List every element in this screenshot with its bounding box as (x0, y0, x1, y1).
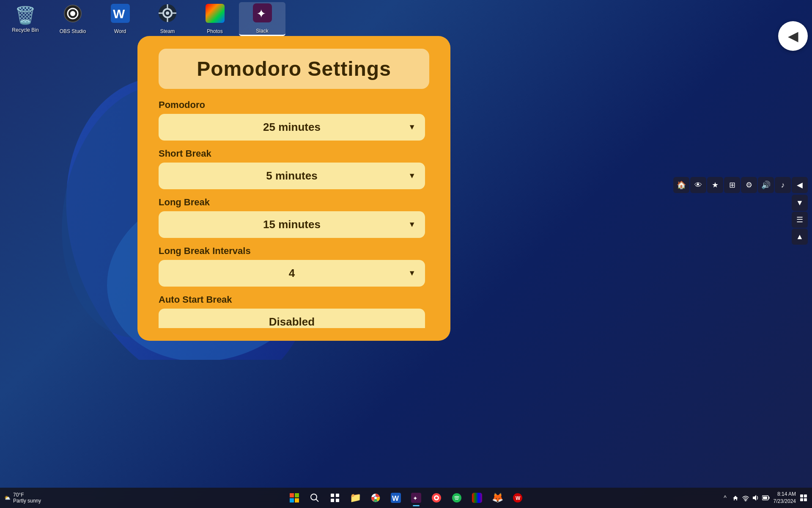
slack-taskbar-button[interactable]: ✦ (407, 489, 425, 507)
back-icon: ◀ (788, 28, 798, 44)
svg-text:✦: ✦ (256, 7, 266, 20)
side-sub-toolbar: ▼ ☰ ▲ (792, 195, 808, 245)
long-break-intervals-dropdown[interactable]: 4 ▼ (159, 260, 425, 287)
open-app-word-label: Word (114, 28, 126, 34)
svg-rect-47 (800, 494, 803, 497)
audio-tool[interactable]: 🔊 (758, 177, 774, 193)
tray-battery[interactable] (762, 494, 770, 502)
photos-icon (206, 4, 225, 27)
pomodoro-label: Pomodoro (159, 99, 425, 110)
svg-rect-46 (763, 497, 767, 499)
svg-rect-39 (472, 493, 482, 503)
search-button[interactable] (305, 489, 324, 507)
svg-rect-25 (336, 494, 339, 497)
chrome-button[interactable] (366, 489, 385, 507)
pomodoro-setting-group: Pomodoro 25 minutes ▼ (159, 99, 425, 141)
home-tool[interactable]: 🏠 (673, 177, 689, 193)
tray-wifi[interactable] (741, 494, 750, 502)
open-app-word[interactable]: W Word (97, 2, 143, 36)
weather-icon: ⛅ (4, 495, 11, 501)
settings-tool[interactable]: ⚙ (741, 177, 757, 193)
weather-temp: 70°F (13, 492, 41, 498)
open-app-slack-label: Slack (256, 28, 268, 34)
auto-start-break-dropdown[interactable]: Disabled (159, 309, 425, 328)
svg-rect-21 (295, 498, 299, 502)
svg-point-10 (166, 11, 169, 15)
taskbar-weather[interactable]: ⛅ 70°F Partly sunny (4, 492, 41, 504)
slack-icon: ✦ (253, 3, 272, 26)
svg-rect-27 (336, 499, 339, 502)
svg-rect-49 (800, 498, 803, 501)
extra-button[interactable]: W (508, 489, 527, 507)
word-icon: W (111, 4, 130, 27)
svg-point-22 (311, 494, 317, 500)
short-break-label: Short Break (159, 148, 425, 159)
svg-point-37 (435, 497, 438, 499)
up-tool[interactable]: ▲ (792, 229, 808, 245)
pomodoro-title-bar: Pomodoro Settings (159, 49, 429, 89)
long-break-intervals-setting-group: Long Break Intervals 4 ▼ (159, 246, 425, 287)
taskbar: ⛅ 70°F Partly sunny (0, 488, 812, 508)
open-app-photos[interactable]: Photos (192, 2, 238, 36)
rainbow-button[interactable] (468, 489, 486, 507)
back-button[interactable]: ◀ (778, 21, 808, 51)
grid-tool[interactable]: ⊞ (724, 177, 740, 193)
notification-center[interactable] (799, 494, 808, 502)
down-tool[interactable]: ▼ (792, 195, 808, 211)
pomodoro-value: 25 minutes (169, 121, 415, 134)
pomodoro-dropdown[interactable]: 25 minutes ▼ (159, 114, 425, 141)
open-app-slack[interactable]: ✦ Slack (239, 2, 285, 36)
short-break-dropdown[interactable]: 5 minutes ▼ (159, 163, 425, 189)
open-app-obs[interactable]: OBS Studio (49, 2, 96, 36)
taskbar-time-display: 8:14 AM (774, 491, 796, 498)
short-break-value: 5 minutes (169, 169, 415, 182)
taskbar-clock[interactable]: 8:14 AM 7/23/2024 (774, 491, 796, 505)
side-toolbar-row-1: 🏠 👁 ★ ⊞ ⚙ 🔊 ♪ ◀ (673, 177, 808, 193)
svg-point-5 (70, 11, 75, 16)
list-tool[interactable]: ☰ (792, 212, 808, 228)
svg-line-23 (316, 499, 318, 502)
music-tool[interactable]: ♪ (775, 177, 791, 193)
steam-icon (158, 4, 177, 27)
taskbar-date-display: 7/23/2024 (774, 498, 796, 505)
eye-tool[interactable]: 👁 (690, 177, 706, 193)
open-app-recycle-bin[interactable]: 🗑️ Recycle Bin (2, 2, 49, 36)
open-app-obs-label: OBS Studio (60, 28, 86, 34)
open-app-recycle-bin-label: Recycle Bin (12, 27, 38, 33)
tray-volume[interactable] (752, 494, 760, 502)
firefox-button[interactable]: 🦊 (488, 489, 507, 507)
desktop: 🗑️ Recycle Bin OBS Studio W Word (0, 0, 812, 508)
svg-rect-18 (290, 493, 294, 497)
tray-chevron[interactable]: ^ (721, 494, 730, 502)
auto-start-break-value: Disabled (169, 315, 415, 328)
pomodoro-title: Pomodoro Settings (176, 57, 412, 80)
open-app-steam[interactable]: Steam (144, 2, 191, 36)
short-break-dropdown-arrow: ▼ (408, 171, 416, 180)
start-button[interactable] (285, 489, 304, 507)
weather-info: 70°F Partly sunny (13, 492, 41, 504)
svg-rect-20 (290, 498, 294, 502)
svg-text:W: W (113, 7, 125, 21)
star-tool[interactable]: ★ (707, 177, 723, 193)
word-taskbar-button[interactable]: W (387, 489, 405, 507)
svg-rect-15 (206, 4, 225, 23)
long-break-dropdown[interactable]: 15 minutes ▼ (159, 211, 425, 238)
task-view-button[interactable] (326, 489, 344, 507)
arrow-right-tool[interactable]: ◀ (792, 177, 808, 193)
svg-rect-50 (804, 498, 807, 501)
spotify-button[interactable] (447, 489, 466, 507)
system-tray: ^ (721, 494, 770, 502)
svg-rect-19 (295, 493, 299, 497)
focusplan-button[interactable] (427, 489, 446, 507)
settings-content: Pomodoro 25 minutes ▼ Short Break 5 minu… (159, 99, 429, 328)
auto-start-break-setting-group: Auto Start Break Disabled (159, 294, 425, 328)
tray-network[interactable] (731, 494, 740, 502)
file-explorer-button[interactable]: 📁 (346, 489, 365, 507)
svg-point-42 (745, 500, 746, 501)
taskbar-right: ^ (721, 491, 808, 505)
svg-rect-24 (331, 494, 334, 497)
open-app-steam-label: Steam (160, 28, 175, 34)
svg-text:W: W (392, 494, 399, 502)
long-break-label: Long Break (159, 197, 425, 208)
obs-icon (63, 4, 82, 27)
